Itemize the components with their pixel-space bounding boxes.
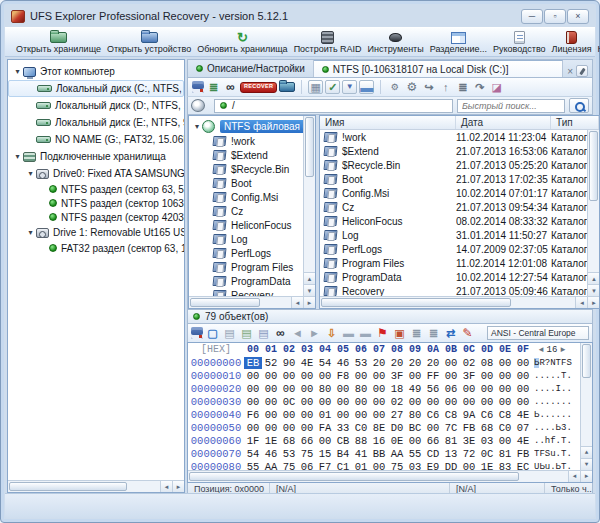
hex-byte[interactable]: 68 <box>280 435 298 447</box>
hex-byte[interactable]: 00 <box>280 383 298 395</box>
hex-byte[interactable]: AA <box>262 461 280 471</box>
hex-byte[interactable]: 06 <box>298 461 316 471</box>
hex-byte[interactable]: CD <box>424 448 442 460</box>
hex-byte[interactable]: 41 <box>352 448 370 460</box>
width-increase-icon[interactable]: ► <box>560 345 565 354</box>
hex-byte[interactable]: 46 <box>334 357 352 369</box>
expander-icon[interactable]: ▾ <box>12 152 23 161</box>
flag-icon[interactable] <box>375 326 390 340</box>
hex-byte[interactable]: 00 <box>406 396 424 408</box>
sidebar-item[interactable]: ▾Drive 1: Removable Ut165 USB USB2FlashS… <box>8 224 184 241</box>
save-icon[interactable] <box>191 327 203 339</box>
hex-byte[interactable]: 00 <box>496 383 514 395</box>
file-list-row[interactable]: ProgramData10.02.2014 12:27:54Каталог <box>320 270 587 284</box>
toolbar-button-refresh-storages[interactable]: ↻Обновить хранилища <box>194 30 290 55</box>
hex-byte[interactable]: 56 <box>424 383 442 395</box>
file-list-row[interactable]: Recovery21.07.2013 05:09:46Каталог <box>320 284 587 296</box>
hex-byte[interactable]: 4E <box>514 409 532 421</box>
expander-icon[interactable]: ▾ <box>25 228 36 237</box>
hex-byte[interactable]: 00 <box>334 383 352 395</box>
folder-tree-hscrollbar[interactable]: ◄ ► <box>189 296 315 308</box>
up-icon[interactable] <box>438 80 453 94</box>
hex-byte[interactable]: 20 <box>388 357 406 369</box>
hex-byte[interactable]: 54 <box>316 357 334 369</box>
copy-plus-icon[interactable] <box>239 326 254 340</box>
hex-byte[interactable]: 90 <box>280 357 298 369</box>
column-header-name[interactable]: Имя <box>320 116 456 129</box>
hex-byte[interactable]: 00 <box>514 396 532 408</box>
hex-byte[interactable]: 00 <box>262 383 280 395</box>
hex-byte[interactable]: 54 <box>244 448 262 460</box>
toolbar-button-tools[interactable]: Инструменты <box>365 30 427 55</box>
hex-byte[interactable]: 3E <box>460 435 478 447</box>
hex-byte[interactable]: 00 <box>442 357 460 369</box>
hex-byte[interactable]: 20 <box>406 357 424 369</box>
file-list-row[interactable]: Boot21.07.2013 17:02:35Каталог <box>320 172 587 186</box>
expander-icon[interactable]: ▾ <box>25 169 36 178</box>
file-list-row[interactable]: HeliconFocus08.02.2014 08:33:32Каталог <box>320 214 587 228</box>
hex-byte[interactable]: E9 <box>424 461 442 471</box>
hex-byte[interactable]: 00 <box>496 357 514 369</box>
scroll-down-icon[interactable]: ▼ <box>304 284 315 296</box>
hex-byte[interactable]: AA <box>388 448 406 460</box>
selection-icon[interactable] <box>205 326 220 340</box>
pin-icon[interactable] <box>576 65 588 77</box>
file-list-row[interactable]: $Extend21.07.2013 16:53:06Каталог <box>320 144 587 158</box>
hex-byte[interactable]: 00 <box>280 422 298 434</box>
hex-byte[interactable]: 00 <box>262 409 280 421</box>
recover-icon[interactable]: RECOVER <box>240 82 277 93</box>
hex-byte[interactable]: 66 <box>424 435 442 447</box>
tree-folder-item[interactable]: $Extend <box>189 148 303 162</box>
sidebar-item[interactable]: FAT32 раздел (сектор 63, 15.06ГБ) <box>8 241 184 255</box>
hex-byte[interactable]: 01 <box>316 409 334 421</box>
file-list-row[interactable]: Cz21.07.2013 09:54:34Каталог <box>320 200 587 214</box>
hex-byte[interactable]: 00 <box>370 370 388 382</box>
tree-icon[interactable] <box>206 80 221 94</box>
scroll-right-icon[interactable]: ► <box>172 481 184 492</box>
scroll-right-icon[interactable]: ► <box>303 297 315 308</box>
hex-byte[interactable]: 00 <box>460 396 478 408</box>
tree-folder-item[interactable]: $Recycle.Bin <box>189 162 303 176</box>
hex-width-control[interactable]: ◄16► <box>532 345 572 355</box>
hex-byte[interactable]: 00 <box>262 396 280 408</box>
hex-byte[interactable]: 00 <box>244 396 262 408</box>
tree-folder-item[interactable]: PerfLogs <box>189 246 303 260</box>
hex-byte[interactable]: 00 <box>478 383 496 395</box>
close-button[interactable]: × <box>567 9 589 24</box>
path-field[interactable]: / <box>214 99 453 113</box>
goto-icon[interactable] <box>392 326 407 340</box>
edit-icon[interactable] <box>460 326 475 340</box>
hex-byte[interactable]: 80 <box>352 383 370 395</box>
hex-byte[interactable]: 00 <box>424 396 442 408</box>
find-icon[interactable] <box>273 326 288 340</box>
hex-byte[interactable]: BB <box>370 448 388 460</box>
hex-byte[interactable]: F6 <box>244 409 262 421</box>
hex-byte[interactable]: 20 <box>370 357 388 369</box>
hex-byte[interactable]: 00 <box>334 409 352 421</box>
scrollbar-thumb[interactable] <box>589 131 598 201</box>
sidebar-item[interactable]: Локальный диск (D:, NTFS, 149.73ГБ) <box>8 97 184 114</box>
hex-byte[interactable]: 80 <box>316 383 334 395</box>
hex-byte[interactable]: 8E <box>370 422 388 434</box>
expander-icon[interactable]: ▾ <box>12 67 23 76</box>
hex-byte[interactable]: 9A <box>460 409 478 421</box>
hex-byte[interactable]: 00 <box>370 409 388 421</box>
scroll-right-icon[interactable]: ► <box>580 471 592 482</box>
hex-byte[interactable]: 00 <box>496 370 514 382</box>
minimize-button[interactable]: ─ <box>521 9 543 24</box>
hex-byte[interactable]: 00 <box>460 383 478 395</box>
hex-byte[interactable]: 4E <box>514 435 532 447</box>
hex-byte[interactable]: 16 <box>370 435 388 447</box>
encoding-select[interactable]: ANSI - Central Europe <box>487 326 589 340</box>
hex-byte[interactable]: B4 <box>334 448 352 460</box>
scrollbar-thumb[interactable] <box>582 344 591 378</box>
hex-byte[interactable]: 00 <box>244 422 262 434</box>
scroll-left-icon[interactable]: ◄ <box>291 297 303 308</box>
toolbar-button-license[interactable]: Лицензия <box>549 30 595 55</box>
rows-add-icon[interactable] <box>409 326 424 340</box>
tree-folder-item[interactable]: ProgramData <box>189 274 303 288</box>
hex-vscrollbar[interactable]: ▲ ▼ <box>580 343 592 470</box>
block2-icon[interactable] <box>358 326 373 340</box>
sidebar-item[interactable]: ▾Drive0: Fixed ATA SAMSUNG HD321KJ <box>8 165 184 182</box>
file-list-row[interactable]: PerfLogs14.07.2009 02:37:05Каталог <box>320 242 587 256</box>
